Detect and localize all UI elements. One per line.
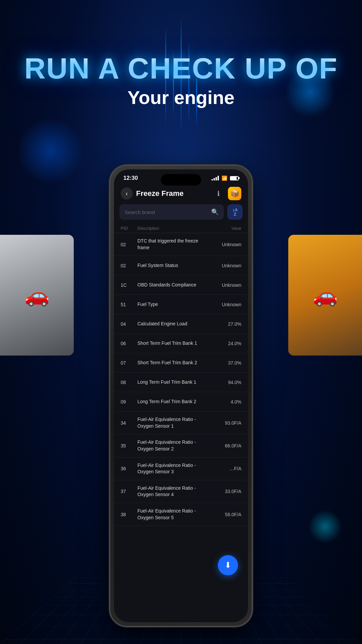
glow-effect-bottom [308,510,342,543]
table-header: PID Description Vaue [114,224,248,233]
phone-mockup: 12:30 📶 [109,164,253,627]
status-time: 12:30 [123,175,138,181]
table-row: 09Long Term Fuel Trim Bank 24.0% [114,392,248,412]
cell-pid: 37 [121,489,137,494]
hero-title: RUN A CHECK UP OF [0,54,362,83]
cell-description: Fuel Type [137,301,211,308]
cell-description: Long Term Fuel Trim Bank 1 [137,379,211,386]
cell-pid: 02 [121,242,137,247]
table-row: 08Long Term Fuel Trim Bank 194.0% [114,373,248,392]
app-title: Freeze Frame [136,189,209,198]
app-header: ‹ Freeze Frame ℹ 📦 [114,184,248,204]
car-right-image: 🚗 [288,235,362,356]
search-bar[interactable]: Search brand 🔍 [119,204,224,220]
glow-effect-left [17,117,84,184]
signal-bar-2 [214,178,215,180]
cell-value: 4.0% [211,399,241,405]
cell-pid: 09 [121,399,137,405]
cell-description: OBD Standards Compliance [137,282,211,288]
cell-value: 24.0% [211,341,241,346]
signal-bar-3 [216,177,217,180]
cell-value: 33.0F/A [211,489,241,494]
back-button[interactable]: ‹ [121,187,133,200]
col-header-value: Vaue [211,226,241,231]
table-row: 36Fuel-Air Equivalence Ratio - Oxygen Se… [114,458,248,480]
hero-section: RUN A CHECK UP OF Your engine [0,54,362,108]
car-left-card: 🚗 [0,235,74,356]
table-row: 35Fuel-Air Equivalence Ratio - Oxygen Se… [114,434,248,457]
cell-value: 27.0% [211,321,241,327]
table-row: 02Fuel System StatusUnknown [114,256,248,275]
cell-value: 58.0F/A [211,512,241,517]
cell-pid: 35 [121,443,137,448]
search-section: Search brand 🔍 ↓A Z [114,204,248,224]
col-header-description: Description [137,226,211,231]
sort-button[interactable]: ↓A Z [227,204,243,220]
cell-pid: 06 [121,341,137,346]
status-icons: 📶 [212,175,239,181]
cell-pid: 07 [121,360,137,366]
cell-pid: 04 [121,321,137,327]
hero-subtitle: Your engine [0,87,362,108]
cell-pid: 34 [121,420,137,426]
table-row: 37Fuel-Air Equivalence Ratio - Oxygen Se… [114,480,248,503]
table-row: 07Short Term Fuel Trim Bank 237.0% [114,353,248,373]
cell-description: Short Term Fuel Trim Bank 2 [137,360,211,366]
info-icon[interactable]: ℹ [213,187,225,200]
cell-value: Unknown [211,302,241,307]
cell-value: …F/A [211,466,241,471]
cell-value: 93.0F/A [211,420,241,426]
download-fab-button[interactable]: ⬇ [218,555,238,575]
cell-description: Calculated Engine Load [137,321,211,327]
phone-frame: 12:30 📶 [109,164,253,627]
table-row: 51Fuel TypeUnknown [114,295,248,314]
battery-icon [230,176,239,180]
car-right-card: 🚗 [288,235,362,356]
cell-description: Fuel-Air Equivalence Ratio - Oxygen Sens… [137,508,211,521]
cell-description: Fuel-Air Equivalence Ratio - Oxygen Sens… [137,462,211,475]
app-content: 12:30 📶 [114,169,248,622]
car-left-image: 🚗 [0,235,74,356]
cell-value: 37.0% [211,360,241,366]
wifi-icon: 📶 [222,175,227,181]
cell-description: Fuel-Air Equivalence Ratio - Oxygen Sens… [137,485,211,498]
cell-description: Long Term Fuel Trim Bank 2 [137,398,211,405]
cell-pid: 02 [121,263,137,268]
signal-bars-icon [212,176,219,180]
table-row: 34Fuel-Air Equivalence Ratio - Oxygen Se… [114,412,248,434]
search-placeholder: Search brand [125,209,208,215]
cell-value: Unknown [211,242,241,247]
table-row: 06Short Term Fuel Trim Bank 124.0% [114,334,248,353]
download-icon: ⬇ [225,560,231,570]
table-row: 04Calculated Engine Load27.0% [114,314,248,334]
phone-screen: 12:30 📶 [114,169,248,622]
cell-pid: 08 [121,380,137,385]
signal-bar-1 [212,179,213,180]
cell-value: 66.0F/A [211,443,241,448]
col-header-pid: PID [121,226,137,231]
cell-description: Fuel-Air Equivalence Ratio - Oxygen Sens… [137,439,211,452]
table-row: 38Fuel-Air Equivalence Ratio - Oxygen Se… [114,503,248,526]
box-icon[interactable]: 📦 [228,187,241,200]
sort-icon-label: ↓A Z [232,208,238,216]
table-row: 02DTC that triggered the freeze frameUnk… [114,233,248,256]
search-icon: 🔍 [211,208,219,216]
cell-pid: 36 [121,466,137,471]
cell-description: Short Term Fuel Trim Bank 1 [137,340,211,347]
cell-value: Unknown [211,263,241,268]
cell-value: Unknown [211,282,241,288]
dynamic-island [161,174,201,185]
cell-pid: 38 [121,512,137,517]
cell-description: Fuel System Status [137,262,211,269]
cell-pid: 51 [121,302,137,307]
cell-pid: 1C [121,282,137,288]
cell-description: Fuel-Air Equivalence Ratio - Oxygen Sens… [137,416,211,429]
cell-description: DTC that triggered the freeze frame [137,238,211,251]
signal-bar-4 [218,176,219,180]
cell-value: 94.0% [211,380,241,385]
battery-fill [231,177,237,180]
table-row: 1COBD Standards ComplianceUnknown [114,275,248,295]
